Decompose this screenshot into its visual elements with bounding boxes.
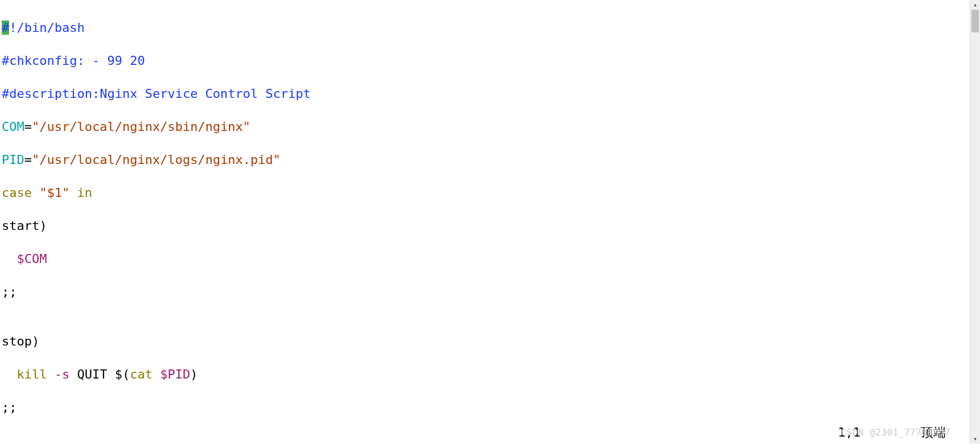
space: [69, 186, 77, 200]
string: "/usr/local/nginx/logs/nginx.pid": [32, 153, 281, 167]
paren: ): [32, 334, 39, 348]
indent: [2, 367, 17, 381]
keyword: in: [77, 186, 92, 200]
code-line: ;;: [2, 399, 963, 416]
var-name: COM: [2, 120, 24, 134]
code-line: ;;: [2, 283, 963, 300]
string: "/usr/local/nginx/sbin/nginx": [32, 120, 250, 134]
paren: ): [39, 219, 47, 233]
code-line: #!/bin/bash: [2, 19, 963, 36]
cursor: #: [2, 20, 9, 35]
scroll-down-button[interactable]: ▾: [970, 434, 980, 444]
string: "$1": [39, 186, 69, 200]
var-ref: $COM: [17, 252, 47, 266]
space: [153, 367, 160, 381]
case-label: stop: [2, 334, 32, 348]
flag: -s: [55, 367, 70, 381]
case-label: start: [2, 219, 39, 233]
text: QUIT $(: [69, 367, 130, 381]
op: =: [24, 153, 32, 167]
code-line: COM="/usr/local/nginx/sbin/nginx": [2, 118, 963, 135]
cmd: cat: [130, 367, 153, 381]
var-ref: $PID: [160, 367, 190, 381]
scroll-position: 顶端: [921, 425, 946, 439]
vertical-scrollbar[interactable]: ▴ ▾: [970, 0, 980, 444]
space: [32, 186, 39, 200]
code-line: #chkconfig: - 99 20: [2, 52, 963, 69]
scroll-thumb[interactable]: [971, 10, 979, 32]
code-line: #description:Nginx Service Control Scrip…: [2, 85, 963, 102]
code-line: start): [2, 217, 963, 234]
keyword: case: [2, 186, 32, 200]
cmd: kill: [17, 367, 55, 381]
code-line: stop): [2, 333, 963, 350]
op: =: [24, 120, 32, 134]
code-line: case "$1" in: [2, 184, 963, 201]
vim-status-bar: 1,1 顶端: [823, 408, 946, 441]
shebang: !/bin/bash: [9, 20, 84, 35]
var-name: PID: [2, 153, 24, 167]
cursor-position: 1,1: [838, 425, 860, 439]
code-line: kill -s QUIT $(cat $PID): [2, 366, 963, 383]
spacer: [860, 425, 921, 439]
indent: [2, 252, 17, 266]
scroll-up-button[interactable]: ▴: [970, 0, 980, 10]
paren: ): [190, 367, 197, 381]
code-editor[interactable]: #!/bin/bash #chkconfig: - 99 20 #descrip…: [2, 3, 963, 444]
code-line: PID="/usr/local/nginx/logs/nginx.pid": [2, 151, 963, 168]
code-line: $COM: [2, 250, 963, 267]
